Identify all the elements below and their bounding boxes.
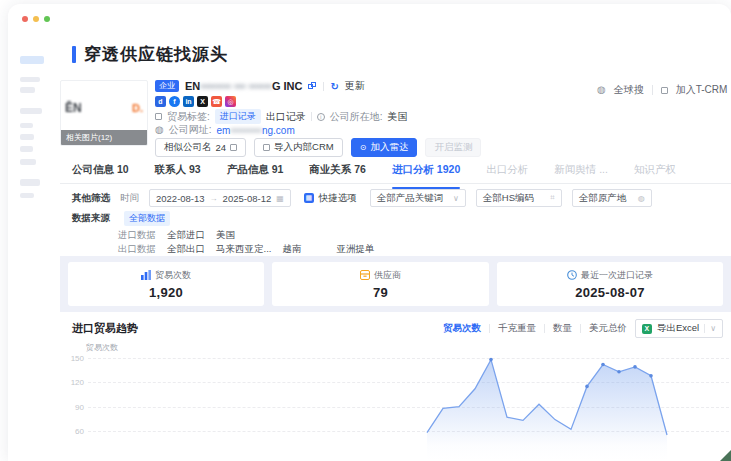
company-actions-row: 相似公司名24 导入内部CRM ⊙ 加入雷达 开启监测 xyxy=(155,138,481,157)
website-globe-icon: ◍ xyxy=(155,125,164,135)
globe-icon: ◍ xyxy=(597,85,606,95)
export-data-value[interactable]: 越南 xyxy=(282,243,301,256)
stat-card-suppliers: 供应商 79 xyxy=(272,262,489,306)
tab-export-analysis[interactable]: 出口分析 xyxy=(486,163,528,183)
header-actions: ◍ 全球搜 加入T-CRM xyxy=(597,83,727,97)
tab-news[interactable]: 新闻舆情 ... xyxy=(554,163,608,183)
stat-label: 供应商 xyxy=(374,269,401,282)
divider xyxy=(311,112,312,121)
origin-globe-icon: ◍ xyxy=(638,194,645,203)
copy-icon[interactable] xyxy=(308,82,317,91)
location-label: 公司所在地: xyxy=(330,110,383,124)
product-keyword-select[interactable]: 全部产品关键词∨ xyxy=(370,189,466,207)
phone-icon[interactable]: ☎ xyxy=(211,96,222,107)
import-data-value[interactable]: 全部进口 xyxy=(167,229,205,242)
sidebar-skeleton-item[interactable] xyxy=(20,108,42,114)
hs-code-icon: ⌗ xyxy=(550,193,555,203)
x-icon[interactable]: X xyxy=(197,96,208,107)
divider xyxy=(652,85,653,95)
sidebar-skeleton-item[interactable] xyxy=(20,146,33,152)
title-accent-bar xyxy=(72,46,76,63)
all-data-tag[interactable]: 全部数据 xyxy=(124,211,170,226)
company-logo-mark: D. xyxy=(132,102,143,114)
stat-value: 1,920 xyxy=(149,285,183,300)
trend-chart-section: 进口贸易趋势 贸易次数 千克重量 数量 美元总价 X 导出Excel ∨ 贸易次… xyxy=(60,315,731,461)
location-value: 美国 xyxy=(388,110,408,124)
refresh-icon[interactable]: ↻ xyxy=(330,81,338,92)
global-search-link[interactable]: 全球搜 xyxy=(614,83,644,97)
tab-business-relations[interactable]: 商业关系 76 xyxy=(309,163,366,183)
export-record-tag[interactable]: 出口记录 xyxy=(266,110,306,124)
company-name-row: 企业 EN•••••••• ••• ••••••G INC ↻ 更新 xyxy=(155,79,365,93)
clock-icon xyxy=(567,270,577,280)
tab-products[interactable]: 产品信息 91 xyxy=(227,163,284,183)
export-data-label: 出口数据 xyxy=(118,243,156,256)
join-radar-button[interactable]: ⊙ 加入雷达 xyxy=(351,138,418,157)
douyin-icon[interactable]: d xyxy=(155,96,166,107)
trend-area-chart[interactable] xyxy=(60,315,731,461)
facebook-icon[interactable]: f xyxy=(169,96,180,107)
sidebar-skeleton-item[interactable] xyxy=(20,179,40,186)
export-data-value[interactable]: 全部出口 xyxy=(167,243,205,256)
import-data-row: 进口数据 全部进口 美国 xyxy=(118,229,235,242)
divider xyxy=(323,82,324,91)
website-link[interactable]: em•••••••••ng.com xyxy=(217,125,295,136)
chevron-down-icon: ∨ xyxy=(453,194,459,203)
tab-import-analysis[interactable]: 进口分析 1920 xyxy=(392,163,460,183)
date-range-input[interactable]: 2022-08-13 → 2025-08-12 ▦ xyxy=(149,189,291,207)
sidebar-skeleton-item[interactable] xyxy=(20,159,36,165)
sidebar-skeleton-item[interactable] xyxy=(20,77,40,82)
stat-label: 贸易次数 xyxy=(155,269,191,282)
origin-select[interactable]: 全部原产地◍ xyxy=(572,189,652,207)
company-logo-text: ĒN xyxy=(65,101,82,115)
trade-tags-row: 贸易标签: 进口记录 出口记录 i 公司所在地: 美国 xyxy=(155,109,408,124)
export-data-value[interactable]: 马来西亚定... xyxy=(216,243,271,256)
info-icon: i xyxy=(317,113,325,121)
tab-bar: 公司信息 10 联系人 93 产品信息 91 商业关系 76 进口分析 1920… xyxy=(60,163,731,184)
export-data-value[interactable]: 亚洲提单 xyxy=(336,243,374,256)
other-filter-label: 其他筛选 xyxy=(72,192,110,205)
website-row: ◍ 公司网址: em•••••••••ng.com xyxy=(155,123,295,137)
import-crm-button[interactable]: 导入内部CRM xyxy=(254,138,343,157)
linkedin-icon[interactable]: in xyxy=(183,96,194,107)
minimize-window-button[interactable] xyxy=(33,16,39,22)
monitor-button[interactable]: 开启监测 xyxy=(425,138,481,157)
chat-widget-corner[interactable] xyxy=(720,450,731,461)
stat-value: 79 xyxy=(373,285,388,300)
tab-ip[interactable]: 知识产权 xyxy=(634,163,676,183)
update-link[interactable]: 更新 xyxy=(345,79,365,93)
window-controls xyxy=(22,16,50,22)
sidebar-skeleton-item[interactable] xyxy=(20,123,33,128)
stat-value: 2025-08-07 xyxy=(575,285,645,300)
bar-chart-icon xyxy=(141,270,151,280)
tab-contacts[interactable]: 联系人 93 xyxy=(155,163,201,183)
join-tcrm-link[interactable]: 加入T-CRM xyxy=(676,83,728,97)
quick-options-button[interactable]: ▦ 快捷选项 xyxy=(301,189,360,207)
close-window-button[interactable] xyxy=(22,16,28,22)
maximize-window-button[interactable] xyxy=(44,16,50,22)
website-label: 公司网址: xyxy=(169,123,212,137)
tab-company-info[interactable]: 公司信息 10 xyxy=(72,163,129,183)
import-icon xyxy=(263,144,270,151)
company-type-badge: 企业 xyxy=(155,80,179,92)
stat-card-last-import: 最近一次进口记录 2025-08-07 xyxy=(497,262,723,306)
filter-bar: 其他筛选 时间 2022-08-13 → 2025-08-12 ▦ ▦ 快捷选项… xyxy=(72,189,652,207)
hs-code-select[interactable]: 全部HS编码⌗ xyxy=(476,189,562,207)
social-icons-row: dfinX☎◎ xyxy=(155,96,236,107)
sidebar-skeleton-item[interactable] xyxy=(20,134,34,140)
stats-section: 贸易次数 1,920 供应商 79 最近一次进口记录 2025-08-07 xyxy=(60,256,731,312)
supplier-box-icon xyxy=(360,270,370,280)
import-record-tag[interactable]: 进口记录 xyxy=(215,109,261,124)
sidebar-item-active[interactable] xyxy=(20,56,44,64)
sidebar-skeleton-item[interactable] xyxy=(20,193,34,198)
similar-company-button[interactable]: 相似公司名24 xyxy=(155,138,246,157)
instagram-icon[interactable]: ◎ xyxy=(225,96,236,107)
export-data-row: 出口数据 全部出口 马来西亚定... 越南 亚洲提单 xyxy=(118,243,374,256)
import-data-value[interactable]: 美国 xyxy=(216,229,235,242)
related-images-caption[interactable]: 相关图片(12) xyxy=(61,130,147,145)
company-name: EN•••••••• ••• ••••••G INC xyxy=(185,80,302,92)
sidebar-skeleton-item[interactable] xyxy=(20,87,35,93)
radar-icon: ⊙ xyxy=(360,143,367,152)
company-logo[interactable]: ĒN D. 相关图片(12) xyxy=(60,80,148,146)
tcrm-icon xyxy=(661,87,668,94)
